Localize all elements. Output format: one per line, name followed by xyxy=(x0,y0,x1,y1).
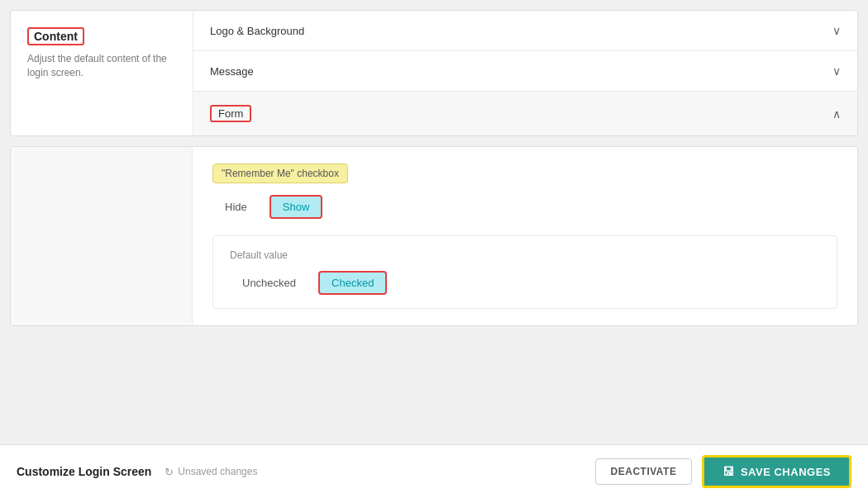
checked-option[interactable]: Checked xyxy=(318,271,387,295)
accordion-panel: Logo & Background ∨ Message ∨ Form ∧ xyxy=(193,11,857,135)
middle-left-panel xyxy=(11,147,193,325)
chevron-down-icon-logo: ∨ xyxy=(832,24,841,37)
bottom-bar-right: DEACTIVATE 🖫 SAVE CHANGES xyxy=(595,455,851,488)
accordion-item-logo-background[interactable]: Logo & Background ∨ xyxy=(193,11,857,51)
accordion-item-message[interactable]: Message ∨ xyxy=(193,51,857,92)
middle-section: "Remember Me" checkbox Hide Show Default… xyxy=(10,146,858,326)
chevron-down-icon-message: ∨ xyxy=(832,64,841,78)
unsaved-changes-indicator: ↻ Unsaved changes xyxy=(165,466,257,478)
visibility-toggle-row: Hide Show xyxy=(212,195,837,219)
page-title: Customize Login Screen xyxy=(17,465,151,478)
default-value-box: Default value Unchecked Checked xyxy=(212,235,837,309)
content-title: Content xyxy=(27,27,84,45)
left-panel: Content Adjust the default content of th… xyxy=(11,11,193,135)
save-changes-label: SAVE CHANGES xyxy=(741,466,831,478)
hide-option[interactable]: Hide xyxy=(212,196,260,218)
save-icon: 🖫 xyxy=(723,465,735,478)
default-value-toggle-row: Unchecked Checked xyxy=(230,271,820,295)
accordion-logo-label: Logo & Background xyxy=(210,25,304,37)
accordion-item-form[interactable]: Form ∧ xyxy=(193,92,857,135)
content-description: Adjust the default content of the login … xyxy=(27,52,176,80)
default-value-label: Default value xyxy=(230,249,820,261)
main-container: Content Adjust the default content of th… xyxy=(0,0,868,498)
save-changes-button[interactable]: 🖫 SAVE CHANGES xyxy=(702,455,851,488)
deactivate-button[interactable]: DEACTIVATE xyxy=(595,458,693,485)
refresh-icon: ↻ xyxy=(165,466,174,478)
form-settings-panel: "Remember Me" checkbox Hide Show Default… xyxy=(193,147,857,325)
remember-me-tooltip: "Remember Me" checkbox xyxy=(212,164,348,183)
accordion-form-label: Form xyxy=(210,105,251,122)
accordion-message-label: Message xyxy=(210,65,254,78)
show-option[interactable]: Show xyxy=(269,195,323,219)
unchecked-option[interactable]: Unchecked xyxy=(230,272,308,294)
top-section: Content Adjust the default content of th… xyxy=(10,10,858,136)
chevron-up-icon-form: ∧ xyxy=(832,107,841,121)
unsaved-changes-label: Unsaved changes xyxy=(178,466,257,477)
bottom-bar: Customize Login Screen ↻ Unsaved changes… xyxy=(0,444,868,498)
bottom-bar-left: Customize Login Screen ↻ Unsaved changes xyxy=(17,465,257,478)
